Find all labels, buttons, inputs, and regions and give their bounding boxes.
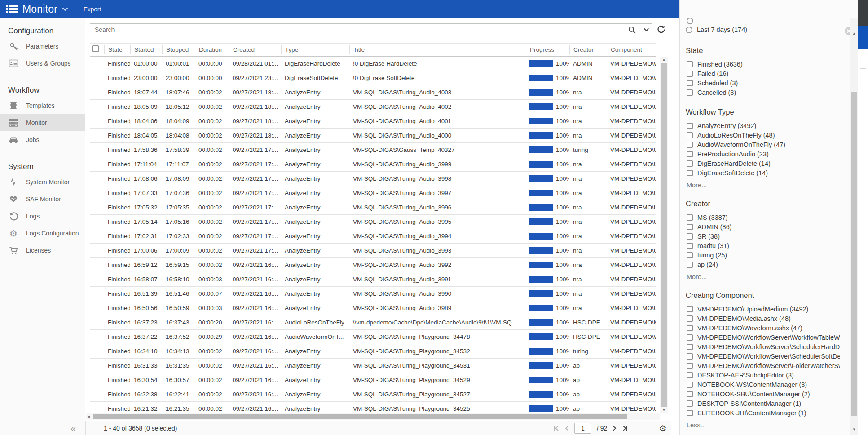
app-switcher-chevron-icon[interactable] [62, 7, 68, 11]
select-all-checkbox[interactable] [92, 45, 99, 52]
table-row[interactable]: Finished 18:04:05 18:04:08 00:00:02 09/2… [90, 129, 656, 143]
checkbox-icon[interactable] [687, 391, 693, 397]
column-header-started[interactable]: Started [130, 45, 162, 54]
more-link[interactable]: More... [687, 273, 845, 280]
checkbox-icon[interactable] [687, 123, 693, 129]
checkbox-icon[interactable] [687, 410, 693, 416]
checkbox-icon[interactable] [687, 306, 693, 312]
checkbox-icon[interactable] [687, 382, 693, 388]
column-header-progress[interactable]: Progress [526, 45, 569, 54]
checkbox-icon[interactable] [687, 160, 693, 167]
table-row[interactable]: Finished 17:05:32 17:05:35 00:00:02 09/2… [90, 200, 656, 215]
table-row[interactable]: Finished 17:07:33 17:07:36 00:00:02 09/2… [90, 186, 656, 200]
table-row[interactable]: Finished 16:50:56 16:50:59 00:00:03 09/2… [90, 301, 656, 315]
scroll-down-icon[interactable]: ▼ [660, 408, 668, 413]
table-settings-gear-icon[interactable]: ⚙ [655, 421, 671, 435]
window-scrollbar[interactable] [858, 0, 868, 435]
collapse-sidebar-button[interactable]: « [66, 421, 81, 435]
table-row[interactable]: Finished 16:58:07 16:58:10 00:00:03 09/2… [90, 272, 656, 287]
filter-checkbox-item[interactable]: VM-DPEDEMO\UploadMedium (3492) [686, 304, 845, 314]
filter-checkbox-item[interactable]: ap (24) [686, 260, 845, 269]
column-header-created[interactable]: Created [229, 45, 281, 54]
checkbox-icon[interactable] [687, 325, 693, 331]
sidebar-item-system-monitor[interactable]: System Monitor [0, 173, 85, 191]
export-menu[interactable]: Export [84, 6, 101, 13]
filter-checkbox-item[interactable]: AnalyzeEntry (3492) [686, 121, 845, 130]
table-row[interactable]: Finished 17:02:31 17:02:33 00:00:02 09/2… [90, 229, 656, 244]
column-header-state[interactable]: State [104, 45, 130, 54]
checkbox-icon[interactable] [687, 262, 693, 268]
filter-checkbox-item[interactable]: DESKTOP-AER\SubclipEditor (3) [686, 370, 845, 380]
table-row[interactable]: Finished 01:00:00 01:00:01 00:00:00 09/2… [90, 57, 656, 71]
filter-checkbox-item[interactable]: VM-DPEDEMO\WorkflowServer\FolderWatcherS… [686, 361, 845, 370]
search-input[interactable] [90, 26, 624, 33]
sidebar-item-logs[interactable]: Logs [0, 208, 85, 225]
checkbox-icon[interactable] [687, 353, 693, 360]
table-vertical-scrollbar-thumb[interactable] [661, 63, 667, 407]
checkbox-icon[interactable] [687, 233, 693, 240]
table-row[interactable]: Finished 16:59:12 16:59:15 00:00:02 09/2… [90, 258, 656, 272]
sidebar-item-users-groups[interactable]: Users & Groups [0, 55, 85, 72]
previous-page-icon[interactable] [565, 426, 569, 431]
checkbox-icon[interactable] [687, 252, 693, 258]
table-row[interactable]: Finished 17:05:14 17:05:16 00:00:02 09/2… [90, 215, 656, 229]
search-options-chevron-icon[interactable] [640, 24, 652, 36]
checkbox-icon[interactable] [687, 132, 693, 138]
filter-checkbox-item[interactable]: PreProductionAudio (23) [686, 149, 845, 159]
table-row[interactable]: Finished 16:31:33 16:31:35 00:00:02 09/2… [90, 359, 656, 373]
table-vertical-scrollbar[interactable]: ▲ ▼ [660, 57, 668, 413]
checkbox-icon[interactable] [687, 372, 693, 378]
column-header-type[interactable]: Type [281, 45, 349, 54]
filter-checkbox-item[interactable]: NOTEBOOK-SBU\ContentManager (2) [686, 389, 845, 399]
column-header-stopped[interactable]: Stopped [162, 45, 195, 54]
page-number-input[interactable] [574, 423, 591, 434]
filter-checkbox-item[interactable]: VM-DPEDEMO\WorkflowServer\WorkflowTableW… [686, 333, 845, 342]
filter-checkbox-item[interactable]: roadtu (31) [686, 241, 845, 250]
filter-checkbox-item[interactable]: DESKTOP-SSI\ContentManager (1) [686, 399, 845, 408]
filter-checkbox-item[interactable]: Cancelled (3) [686, 88, 845, 97]
filter-checkbox-item[interactable]: VM-DPEDEMO\Waveform.ashx (47) [686, 323, 845, 333]
checkbox-icon[interactable] [687, 142, 693, 148]
checkbox-icon[interactable] [687, 243, 693, 249]
table-row[interactable]: Finished 16:34:10 16:34:13 00:00:02 09/2… [90, 344, 656, 359]
scroll-up-icon[interactable]: ▲ [660, 57, 668, 62]
filter-checkbox-item[interactable]: Failed (16) [686, 69, 845, 78]
filter-panel-scrollbar[interactable]: ▲ ▼ [850, 18, 858, 435]
first-page-icon[interactable] [553, 426, 560, 431]
column-header-duration[interactable]: Duration [195, 45, 229, 54]
radio-icon[interactable] [686, 27, 692, 33]
sidebar-item-templates[interactable]: Templates [0, 97, 85, 114]
table-horizontal-scrollbar[interactable]: ◀ [86, 413, 660, 420]
search-icon[interactable] [624, 24, 640, 36]
filter-checkbox-item[interactable]: AudioLoResOnTheFly (48) [686, 130, 845, 140]
filter-checkbox-item[interactable]: VM-DPEDEMO\WorkflowServer\SchedulerHardD… [686, 342, 845, 351]
filter-checkbox-item[interactable]: ELITEBOOK-JHI\ContentManager (1) [686, 408, 845, 417]
table-row[interactable]: Finished 18:04:06 18:04:09 00:00:02 09/2… [90, 114, 656, 129]
filter-checkbox-item[interactable]: VM-DPEDEMO\Media.ashx (48) [686, 314, 845, 323]
last-page-icon[interactable] [622, 426, 628, 431]
sidebar-item-parameters[interactable]: Parameters [0, 38, 85, 55]
filter-checkbox-item[interactable]: MS (3387) [686, 213, 845, 222]
next-page-icon[interactable] [612, 426, 617, 431]
sidebar-item-licenses[interactable]: Licenses [0, 242, 85, 259]
filter-checkbox-item[interactable]: Finished (3636) [686, 59, 845, 69]
checkbox-icon[interactable] [687, 61, 693, 67]
sidebar-item-jobs[interactable]: Jobs [0, 131, 85, 148]
checkbox-icon[interactable] [687, 80, 693, 86]
table-row[interactable]: Finished 17:58:36 17:58:39 00:00:02 09/2… [90, 143, 656, 157]
table-row[interactable]: Finished 17:00:06 17:00:09 00:00:02 09/2… [90, 244, 656, 258]
column-header-creator[interactable]: Creator [569, 45, 607, 54]
filter-date-last-7-days[interactable]: Last 7 days (174) [686, 24, 845, 36]
checkbox-icon[interactable] [687, 224, 693, 230]
checkbox-icon[interactable] [687, 334, 693, 341]
filter-checkbox-item[interactable]: DigEraseSoftDelete (14) [686, 168, 845, 178]
table-horizontal-scrollbar-thumb[interactable] [93, 414, 627, 419]
filter-checkbox-item[interactable]: SR (38) [686, 231, 845, 241]
filter-checkbox-item[interactable]: AudioWaveformOnTheFly (47) [686, 140, 845, 149]
table-row[interactable]: Finished 16:51:39 16:51:46 00:00:07 09/2… [90, 287, 656, 301]
checkbox-icon[interactable] [687, 344, 693, 350]
filter-checkbox-item[interactable]: turing (25) [686, 250, 845, 260]
column-header-title[interactable]: Title [349, 45, 526, 54]
table-row[interactable]: Finished 17:08:06 17:08:09 00:00:02 09/2… [90, 172, 656, 186]
scroll-down-icon[interactable]: ▼ [850, 427, 858, 431]
